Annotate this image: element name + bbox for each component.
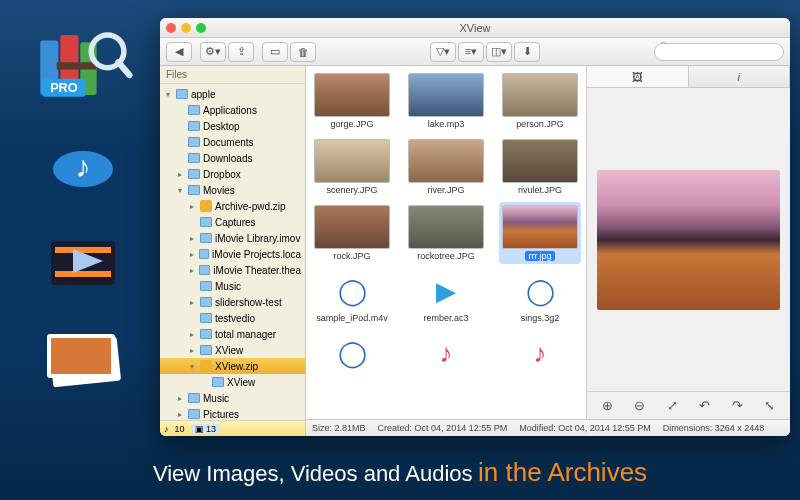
window-title: XView [160, 22, 790, 34]
thumbnail[interactable]: ▶rember.ac3 [405, 268, 487, 326]
tree-item[interactable]: ▸iMovie Library.imov [160, 230, 305, 246]
preview-image[interactable] [597, 170, 780, 310]
tree-item-label: XView [215, 345, 243, 356]
film-clapper-icon [33, 221, 133, 301]
save-button[interactable]: ⬇ [514, 42, 540, 62]
folder-icon [188, 153, 200, 163]
fit-button[interactable]: ⤢ [661, 396, 683, 416]
sidebar: Files ▾appleApplicationsDesktopDocuments… [160, 66, 306, 436]
status-dimensions: Dimensions: 3264 x 2448 [663, 423, 765, 433]
titlebar: XView [160, 18, 790, 38]
tree-item[interactable]: ▸Dropbox [160, 166, 305, 182]
thumbnail-label: sings.3g2 [521, 313, 560, 323]
folder-icon [200, 313, 212, 323]
zoom-out-button[interactable]: ⊖ [629, 396, 651, 416]
back-button[interactable]: ◀ [166, 42, 192, 62]
view-button[interactable]: ◫▾ [486, 42, 512, 62]
tree-item[interactable]: ▸iMovie Projects.loca [160, 246, 305, 262]
settings-button[interactable]: ⚙▾ [200, 42, 226, 62]
tree-item[interactable]: Downloads [160, 150, 305, 166]
tree-item-label: Captures [215, 217, 256, 228]
tree-item[interactable]: ▸XView [160, 342, 305, 358]
thumbnail[interactable]: rivulet.JPG [499, 136, 581, 198]
thumbnail[interactable]: lake.mp3 [405, 70, 487, 132]
fullscreen-button[interactable]: ⤡ [759, 396, 781, 416]
tree-item[interactable]: ▸iMovie Theater.thea [160, 262, 305, 278]
rotate-left-button[interactable]: ↶ [694, 396, 716, 416]
svg-rect-11 [55, 271, 111, 277]
preview-tools: ⊕ ⊖ ⤢ ↶ ↷ ⤡ [587, 391, 790, 419]
tree-item[interactable]: Documents [160, 134, 305, 150]
thumbnail-grid[interactable]: gorge.JPGlake.mp3person.JPGscenery.JPGri… [306, 66, 586, 419]
tree-item[interactable]: ▸Pictures [160, 406, 305, 420]
preview-tabs: 🖼 i [587, 66, 790, 88]
thumbnail-label: scenery.JPG [327, 185, 378, 195]
tree-item-label: Archive-pwd.zip [215, 201, 286, 212]
tree-item[interactable]: ▸total manager [160, 326, 305, 342]
tree-item[interactable]: ▸slidershow-test [160, 294, 305, 310]
thumbnail[interactable]: scenery.JPG [311, 136, 393, 198]
file-tree[interactable]: ▾appleApplicationsDesktopDocumentsDownlo… [160, 84, 305, 420]
new-folder-button[interactable]: ▭ [262, 42, 288, 62]
thumbnail[interactable]: ◯ [311, 330, 393, 378]
disclosure-icon: ▸ [178, 394, 186, 403]
thumbnail-image [502, 139, 578, 183]
rotate-right-button[interactable]: ↷ [726, 396, 748, 416]
tree-item-label: iMovie Theater.thea [213, 265, 301, 276]
folder-icon [199, 265, 210, 275]
tree-item[interactable]: ▸Music [160, 390, 305, 406]
thumbnail-label: lake.mp3 [428, 119, 465, 129]
tree-item[interactable]: ▸Archive-pwd.zip [160, 198, 305, 214]
thumbnail[interactable]: gorge.JPG [311, 70, 393, 132]
share-button[interactable]: ⇪ [228, 42, 254, 62]
tree-item[interactable]: Music [160, 278, 305, 294]
thumbnail[interactable]: ◯sample_iPod.m4v [311, 268, 393, 326]
tree-item[interactable]: XView [160, 374, 305, 390]
disclosure-icon: ▾ [178, 186, 186, 195]
tree-item[interactable]: ▾apple [160, 86, 305, 102]
thumbnail[interactable]: ♪ [405, 330, 487, 378]
tagline-white: View Images, Videos and Audios [153, 461, 473, 486]
folder-icon [200, 233, 212, 243]
tree-item[interactable]: testvedio [160, 310, 305, 326]
tree-item[interactable]: Captures [160, 214, 305, 230]
thumbnail[interactable]: river.JPG [405, 136, 487, 198]
folder-icon [188, 137, 200, 147]
tagline: View Images, Videos and Audios in the Ar… [0, 457, 800, 488]
tab-preview[interactable]: 🖼 [587, 66, 689, 87]
file-type-icon: ▶ [426, 271, 466, 311]
tab-info[interactable]: i [689, 66, 791, 87]
search-input[interactable] [654, 43, 784, 61]
thumbnail[interactable]: rock.JPG [311, 202, 393, 264]
thumbnail-image [314, 139, 390, 183]
thumbnail[interactable]: rockotree.JPG [405, 202, 487, 264]
thumbnail[interactable]: person.JPG [499, 70, 581, 132]
thumbnail[interactable]: ♪ [499, 330, 581, 378]
tree-item-label: Downloads [203, 153, 252, 164]
folder-icon [200, 281, 212, 291]
tree-item-label: Pictures [203, 409, 239, 420]
zoom-in-button[interactable]: ⊕ [596, 396, 618, 416]
filter-button[interactable]: ▽▾ [430, 42, 456, 62]
photo-stack-icon [33, 319, 133, 399]
preview-panel: 🖼 i ⊕ ⊖ ⤢ ↶ ↷ ⤡ [586, 66, 790, 419]
tree-item[interactable]: ▾Movies [160, 182, 305, 198]
status-size: Size: 2.81MB [312, 423, 366, 433]
trash-button[interactable]: 🗑 [290, 42, 316, 62]
tree-item-label: Desktop [203, 121, 240, 132]
promo-sidebar: PRO ♪ [8, 25, 158, 399]
preview-icon: 🖼 [632, 71, 643, 83]
sort-button[interactable]: ≡▾ [458, 42, 484, 62]
tree-item[interactable]: ▾XView.zip [160, 358, 305, 374]
tree-item-label: Music [215, 281, 241, 292]
thumbnail[interactable]: ◯sings.3g2 [499, 268, 581, 326]
tree-item[interactable]: Desktop [160, 118, 305, 134]
svg-rect-3 [57, 62, 97, 69]
thumbnail[interactable]: rrr.jpg [499, 202, 581, 264]
books-archive-icon: PRO [33, 25, 133, 105]
disclosure-icon: ▸ [190, 298, 198, 307]
tree-item-label: Music [203, 393, 229, 404]
tree-item-label: iMovie Library.imov [215, 233, 300, 244]
tree-item-label: Movies [203, 185, 235, 196]
tree-item[interactable]: Applications [160, 102, 305, 118]
